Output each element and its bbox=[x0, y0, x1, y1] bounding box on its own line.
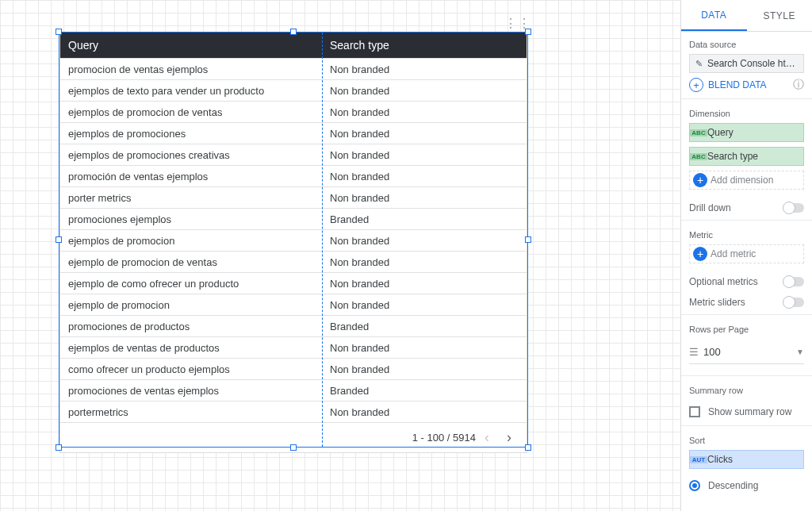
section-title-dimension: Dimension bbox=[689, 109, 804, 118]
pager-prev-icon[interactable]: ‹ bbox=[476, 429, 498, 446]
cell-query: promociones de productos bbox=[60, 321, 322, 332]
dimension-chip-query[interactable]: ABC Query bbox=[689, 123, 804, 142]
cell-search-type: Branded bbox=[322, 385, 527, 397]
drill-down-row: Drill down bbox=[681, 198, 812, 218]
sort-descending-radio[interactable]: Descending bbox=[681, 477, 812, 494]
table-row[interactable]: ejemplos de texto para vender un product… bbox=[60, 79, 527, 101]
section-title-summary-row: Summary row bbox=[689, 386, 804, 395]
cell-query: portermetrics bbox=[60, 406, 322, 418]
aut-icon: AUT bbox=[690, 456, 707, 463]
checkbox-icon[interactable] bbox=[689, 406, 700, 417]
table-chart[interactable]: Query Search type promocion de ventas ej… bbox=[59, 32, 527, 453]
tab-data[interactable]: DATA bbox=[681, 0, 747, 31]
column-header-search-type[interactable]: Search type bbox=[322, 39, 527, 52]
table-row[interactable]: ejemplos de promocion de ventasNon brand… bbox=[60, 101, 527, 122]
cell-search-type: Non branded bbox=[322, 128, 527, 140]
table-row[interactable]: ejemplo de promocionNon branded bbox=[60, 294, 527, 315]
cell-query: porter metrics bbox=[60, 192, 322, 204]
dimension-chip-search-type[interactable]: ABC Search type bbox=[689, 147, 804, 166]
cell-query: ejemplos de promociones creativas bbox=[60, 149, 322, 161]
report-canvas[interactable]: ⋮⋮ Query Search type promocion de ventas… bbox=[0, 0, 680, 511]
radio-checked-icon bbox=[689, 480, 700, 491]
cell-query: como ofrecer un producto ejemplos bbox=[60, 363, 322, 375]
cell-search-type: Non branded bbox=[322, 406, 527, 418]
cell-search-type: Non branded bbox=[322, 278, 527, 290]
table-row[interactable]: ejemplo de promocion de ventasNon brande… bbox=[60, 251, 527, 272]
cell-query: promociones ejemplos bbox=[60, 213, 322, 225]
pager-range: 1 - 100 / 5914 bbox=[412, 432, 476, 444]
rows-per-page-select[interactable]: ☰ 100 ▼ bbox=[689, 340, 804, 364]
cell-query: ejemplos de ventas de productos bbox=[60, 342, 322, 354]
optional-metrics-row: Optional metrics bbox=[681, 271, 812, 292]
cell-search-type: Non branded bbox=[322, 363, 527, 375]
table-row[interactable]: promoción de ventas ejemplosNon branded bbox=[60, 165, 527, 186]
table-row[interactable]: ejemplos de promociones creativasNon bra… bbox=[60, 144, 527, 165]
plus-icon: + bbox=[693, 247, 707, 261]
cell-query: promoción de ventas ejemplos bbox=[60, 171, 322, 182]
cell-query: ejemplos de promociones bbox=[60, 128, 322, 140]
drill-down-toggle[interactable] bbox=[783, 203, 804, 213]
optional-metrics-toggle[interactable] bbox=[783, 277, 804, 286]
properties-panel: DATA STYLE Data source ✎ Search Console … bbox=[680, 0, 812, 511]
cell-search-type: Non branded bbox=[322, 256, 527, 268]
table-row[interactable]: ejemplo de como ofrecer un productoNon b… bbox=[60, 272, 527, 294]
table-header: Query Search type bbox=[60, 33, 527, 58]
table-row[interactable]: ejemplos de ventas de productosNon brand… bbox=[60, 336, 527, 358]
add-dimension-button[interactable]: + Add dimension bbox=[689, 171, 804, 190]
add-metric-button[interactable]: + Add metric bbox=[689, 244, 804, 263]
cell-query: ejemplos de promocion de ventas bbox=[60, 106, 322, 118]
table-row[interactable]: ejemplos de promocionesNon branded bbox=[60, 122, 527, 144]
tab-style[interactable]: STYLE bbox=[747, 0, 813, 31]
cell-search-type: Non branded bbox=[322, 63, 527, 75]
cell-query: ejemplos de promocion bbox=[60, 235, 322, 247]
show-summary-row[interactable]: Show summary row bbox=[681, 400, 812, 424]
cell-search-type: Non branded bbox=[322, 192, 527, 204]
sort-field-chip[interactable]: AUT Clicks bbox=[689, 450, 804, 469]
cell-search-type: Non branded bbox=[322, 106, 527, 118]
list-icon: ☰ bbox=[689, 346, 703, 358]
metric-sliders-toggle[interactable] bbox=[783, 298, 804, 307]
table-row[interactable]: promociones de ventas ejemplosBranded bbox=[60, 379, 527, 401]
metric-sliders-row: Metric sliders bbox=[681, 292, 812, 313]
cell-search-type: Branded bbox=[322, 213, 527, 225]
cell-query: ejemplos de texto para vender un product… bbox=[60, 85, 322, 97]
blend-data-button[interactable]: + BLEND DATA ⓘ bbox=[689, 78, 804, 92]
section-title-metric: Metric bbox=[689, 230, 804, 240]
cell-query: ejemplo de promocion bbox=[60, 299, 322, 311]
cell-search-type: Non branded bbox=[322, 85, 527, 97]
table-row[interactable]: como ofrecer un producto ejemplosNon bra… bbox=[60, 358, 527, 379]
table-row[interactable]: promociones de productosBranded bbox=[60, 315, 527, 336]
table-row[interactable]: ejemplos de promocionNon branded bbox=[60, 229, 527, 251]
table-row[interactable]: promociones ejemplosBranded bbox=[60, 208, 527, 229]
cell-query: ejemplo de como ofrecer un producto bbox=[60, 278, 322, 290]
data-source-chip[interactable]: ✎ Search Console ht… bbox=[689, 54, 804, 73]
abc-icon: ABC bbox=[690, 153, 707, 160]
panel-tabs: DATA STYLE bbox=[681, 0, 812, 32]
pencil-icon[interactable]: ✎ bbox=[690, 59, 707, 69]
section-title-rows-per-page: Rows per Page bbox=[689, 325, 804, 334]
column-resize-handle[interactable] bbox=[322, 33, 323, 447]
abc-icon: ABC bbox=[690, 129, 707, 136]
chevron-down-icon: ▼ bbox=[796, 348, 804, 356]
cell-search-type: Non branded bbox=[322, 342, 527, 354]
plus-icon: + bbox=[693, 173, 707, 187]
plus-icon: + bbox=[689, 78, 703, 92]
cell-query: promociones de ventas ejemplos bbox=[60, 385, 322, 397]
drag-handle-icon[interactable]: ⋮⋮ bbox=[504, 16, 531, 31]
cell-search-type: Non branded bbox=[322, 171, 527, 182]
section-title-sort: Sort bbox=[689, 436, 804, 445]
table-row[interactable]: porter metricsNon branded bbox=[60, 186, 527, 208]
cell-search-type: Non branded bbox=[322, 149, 527, 161]
cell-search-type: Non branded bbox=[322, 299, 527, 311]
table-pager: 1 - 100 / 5914 ‹ › bbox=[60, 422, 527, 452]
table-row[interactable]: portermetricsNon branded bbox=[60, 401, 527, 422]
cell-query: promocion de ventas ejemplos bbox=[60, 63, 322, 75]
column-header-query[interactable]: Query bbox=[60, 39, 322, 52]
pager-next-icon[interactable]: › bbox=[498, 429, 520, 446]
help-icon[interactable]: ⓘ bbox=[793, 78, 804, 92]
section-title-data-source: Data source bbox=[689, 40, 804, 49]
table-row[interactable]: promocion de ventas ejemplosNon branded bbox=[60, 58, 527, 79]
cell-search-type: Branded bbox=[322, 321, 527, 332]
cell-search-type: Non branded bbox=[322, 235, 527, 247]
cell-query: ejemplo de promocion de ventas bbox=[60, 256, 322, 268]
